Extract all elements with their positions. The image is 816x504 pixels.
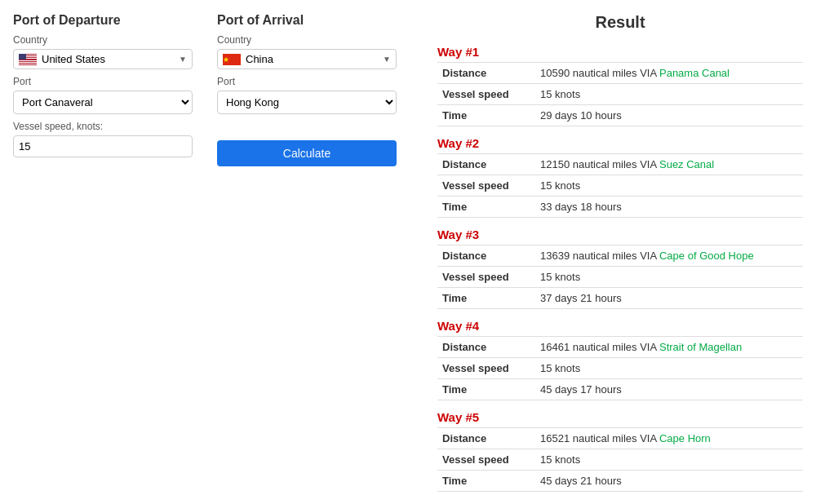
vessel-speed-input[interactable] — [13, 135, 193, 157]
arrival-country-label: Country — [217, 34, 397, 46]
departure-country-wrapper[interactable]: United States Canada Mexico ▼ — [13, 49, 193, 69]
table-row: Time45 days 17 hours — [437, 379, 803, 400]
way-heading-4: Way #4 — [437, 319, 803, 333]
row-value-2-3: 33 days 18 hours — [535, 197, 803, 218]
row-label-2-2: Vessel speed — [437, 175, 535, 197]
way-heading-1: Way #1 — [437, 45, 803, 59]
result-title: Result — [437, 13, 803, 32]
departure-country-label: Country — [13, 34, 193, 46]
row-value-5-3: 45 days 21 hours — [535, 471, 803, 492]
row-value-4-2: 15 knots — [535, 358, 803, 379]
table-row: Time45 days 21 hours — [437, 471, 803, 492]
way-table-3: Distance13639 nautical miles VIA Cape of… — [437, 245, 803, 309]
way-heading-2: Way #2 — [437, 136, 803, 150]
table-row: Distance13639 nautical miles VIA Cape of… — [437, 245, 803, 267]
row-label-1-1: Distance — [437, 63, 535, 84]
way-table-1: Distance10590 nautical miles VIA Panama … — [437, 62, 803, 126]
way-section-5: Way #5Distance16521 nautical miles VIA C… — [437, 410, 803, 492]
table-row: Vessel speed15 knots — [437, 358, 803, 379]
via-link-2[interactable]: Suez Canal — [659, 158, 714, 170]
row-value-4-1: 16461 nautical miles VIA Strait of Magel… — [535, 337, 803, 358]
way-section-2: Way #2Distance12150 nautical miles VIA S… — [437, 136, 803, 218]
row-label-4-1: Distance — [437, 337, 535, 358]
row-value-4-3: 45 days 17 hours — [535, 379, 803, 400]
departure-country-select[interactable]: United States Canada Mexico — [42, 53, 175, 65]
way-section-1: Way #1Distance10590 nautical miles VIA P… — [437, 45, 803, 126]
vessel-speed-label: Vessel speed, knots: — [13, 121, 193, 132]
row-label-3-3: Time — [437, 288, 535, 309]
table-row: Vessel speed15 knots — [437, 449, 803, 471]
row-value-1-1: 10590 nautical miles VIA Panama Canal — [535, 63, 803, 84]
arrival-section: Port of Arrival Country China Japan Sout… — [217, 13, 397, 502]
table-row: Vessel speed15 knots — [437, 175, 803, 197]
arrival-country-arrow: ▼ — [383, 55, 391, 64]
row-label-2-3: Time — [437, 197, 535, 218]
way-section-4: Way #4Distance16461 nautical miles VIA S… — [437, 319, 803, 400]
via-link-5[interactable]: Cape Horn — [659, 432, 711, 444]
arrival-country-wrapper[interactable]: China Japan South Korea ▼ — [217, 49, 397, 69]
row-value-1-2: 15 knots — [535, 84, 803, 105]
row-value-5-2: 15 knots — [535, 449, 803, 471]
departure-country-arrow: ▼ — [179, 55, 187, 64]
table-row: Time37 days 21 hours — [437, 288, 803, 309]
departure-section: Port of Departure Country United States … — [13, 13, 193, 502]
row-label-4-2: Vessel speed — [437, 358, 535, 379]
row-value-2-2: 15 knots — [535, 175, 803, 197]
way-table-2: Distance12150 nautical miles VIA Suez Ca… — [437, 153, 803, 218]
row-value-1-3: 29 days 10 hours — [535, 105, 803, 126]
via-link-4[interactable]: Strait of Magellan — [659, 341, 742, 353]
arrival-port-label: Port — [217, 76, 397, 87]
row-value-5-1: 16521 nautical miles VIA Cape Horn — [535, 428, 803, 449]
via-link-1[interactable]: Panama Canal — [659, 67, 730, 79]
way-table-5: Distance16521 nautical miles VIA Cape Ho… — [437, 427, 803, 492]
row-value-3-2: 15 knots — [535, 267, 803, 288]
departure-title: Port of Departure — [13, 13, 193, 28]
ways-container: Way #1Distance10590 nautical miles VIA P… — [437, 45, 803, 492]
cn-flag-icon — [223, 54, 241, 65]
way-heading-5: Way #5 — [437, 410, 803, 424]
row-label-1-3: Time — [437, 105, 535, 126]
table-row: Distance16461 nautical miles VIA Strait … — [437, 337, 803, 358]
way-section-3: Way #3Distance13639 nautical miles VIA C… — [437, 228, 803, 309]
row-value-2-1: 12150 nautical miles VIA Suez Canal — [535, 154, 803, 175]
row-label-5-3: Time — [437, 471, 535, 492]
row-label-5-2: Vessel speed — [437, 449, 535, 471]
calculate-button[interactable]: Calculate — [217, 140, 397, 166]
table-row: Time33 days 18 hours — [437, 197, 803, 218]
via-link-3[interactable]: Cape of Good Hope — [659, 250, 754, 262]
table-row: Distance12150 nautical miles VIA Suez Ca… — [437, 154, 803, 175]
table-row: Time29 days 10 hours — [437, 105, 803, 126]
us-flag-icon — [19, 54, 37, 65]
table-row: Vessel speed15 knots — [437, 267, 803, 288]
row-label-2-1: Distance — [437, 154, 535, 175]
row-label-4-3: Time — [437, 379, 535, 400]
arrival-country-select[interactable]: China Japan South Korea — [246, 53, 379, 65]
arrival-title: Port of Arrival — [217, 13, 397, 28]
row-value-3-3: 37 days 21 hours — [535, 288, 803, 309]
arrival-port-select[interactable]: Hong Kong Shanghai Beijing Guangzhou She… — [217, 91, 397, 114]
row-label-3-1: Distance — [437, 245, 535, 267]
way-heading-3: Way #3 — [437, 228, 803, 241]
departure-port-label: Port — [13, 76, 193, 87]
departure-port-select[interactable]: Port Canaveral New York Los Angeles Miam… — [13, 91, 193, 114]
table-row: Distance10590 nautical miles VIA Panama … — [437, 63, 803, 84]
table-row: Distance16521 nautical miles VIA Cape Ho… — [437, 428, 803, 449]
row-label-1-2: Vessel speed — [437, 84, 535, 105]
result-panel: Result Way #1Distance10590 nautical mile… — [437, 13, 803, 502]
way-table-4: Distance16461 nautical miles VIA Strait … — [437, 336, 803, 400]
row-value-3-1: 13639 nautical miles VIA Cape of Good Ho… — [535, 245, 803, 267]
row-label-5-1: Distance — [437, 428, 535, 449]
row-label-3-2: Vessel speed — [437, 267, 535, 288]
table-row: Vessel speed15 knots — [437, 84, 803, 105]
